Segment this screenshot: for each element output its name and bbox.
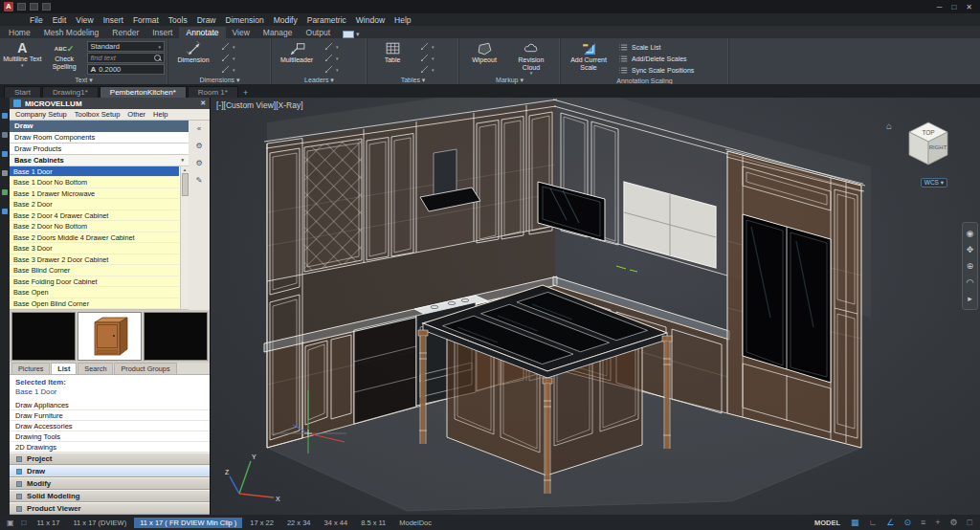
palette-menu-company-setup[interactable]: Company Setup xyxy=(12,110,70,119)
polar-tracking-icon[interactable]: ∠ xyxy=(882,518,898,527)
leader-remove-icon[interactable]: ▾ xyxy=(322,53,341,63)
link-drawing-tools[interactable]: Drawing Tools xyxy=(10,431,210,442)
palette-tool-icon-5[interactable] xyxy=(2,189,8,195)
add-current-scale-button[interactable]: Add Current Scale xyxy=(564,39,613,71)
menu-view[interactable]: View xyxy=(71,15,98,25)
product-item-3[interactable]: Base 2 Door xyxy=(10,199,179,210)
orbit-icon[interactable]: ◠ xyxy=(967,277,974,287)
leader-align-icon[interactable]: ▾ xyxy=(322,64,341,75)
palette-menu-other[interactable]: Other xyxy=(124,110,148,119)
tab-render[interactable]: Render xyxy=(105,27,145,38)
tab-pictures[interactable]: Pictures xyxy=(11,363,50,374)
accordion-draw[interactable]: Draw xyxy=(10,465,210,477)
viewcube[interactable]: ⌂ TOP RIGHT xyxy=(902,117,955,172)
thumbnail-next[interactable] xyxy=(144,312,208,361)
accordion-project[interactable]: Project xyxy=(10,453,210,465)
sync-scale-positions-button[interactable]: Sync Scale Positions xyxy=(616,64,696,76)
grid-icon[interactable]: ▦ xyxy=(847,518,863,527)
palette-tool-icon-2[interactable] xyxy=(2,132,8,138)
layout-tab-7[interactable]: ModelDoc xyxy=(393,518,437,528)
gear-icon-2[interactable]: ⚙ xyxy=(195,159,202,167)
menu-format[interactable]: Format xyxy=(128,15,164,25)
clean-screen-icon[interactable]: □ xyxy=(964,518,976,527)
layout-tab-4[interactable]: 22 x 34 xyxy=(281,518,317,528)
product-list-scrollbar[interactable]: ▴ xyxy=(180,166,189,309)
text-height-input[interactable]: A0.2000 xyxy=(87,64,166,75)
doc-tab-pembertonkitchen[interactable]: PembertonKitchen* xyxy=(100,86,187,98)
layout-tab-6[interactable]: 8.5 x 11 xyxy=(355,518,391,528)
ortho-icon[interactable]: ∟ xyxy=(865,518,881,527)
scrollbar-thumb[interactable] xyxy=(182,173,189,196)
check-spelling-button[interactable]: ABC✓ Check Spelling xyxy=(45,39,84,70)
layout-tab-3[interactable]: 17 x 22 xyxy=(244,518,279,528)
layout-tab-1[interactable]: 11 x 17 (DVIEW) xyxy=(67,518,132,528)
category-select[interactable]: Base Cabinets▾ xyxy=(10,155,189,166)
tab-insert[interactable]: Insert xyxy=(145,27,179,38)
collapse-icon[interactable]: « xyxy=(197,124,201,133)
lineweight-icon[interactable]: ≡ xyxy=(917,518,929,527)
multileader-button[interactable]: Multileader xyxy=(275,39,319,64)
model-space-button[interactable]: MODEL xyxy=(810,519,845,527)
multiline-text-button[interactable]: A Multiline Text ▾ xyxy=(3,39,42,67)
minimize-button[interactable]: ─ xyxy=(937,3,943,11)
link-2d-drawings[interactable]: 2D Drawings xyxy=(10,442,210,453)
drawing-viewport[interactable]: [-][Custom View][X-Ray] xyxy=(211,98,980,515)
close-button[interactable]: ✕ xyxy=(966,3,972,11)
product-item-12[interactable]: Base Open Blind Corner xyxy=(10,298,179,310)
palette-tool-icon-1[interactable] xyxy=(2,113,8,119)
tab-annotate[interactable]: Annotate xyxy=(179,27,225,38)
menu-edit[interactable]: Edit xyxy=(48,15,72,25)
product-item-5[interactable]: Base 2 Door No Bottom xyxy=(10,221,179,232)
tab-mesh-modeling[interactable]: Mesh Modeling xyxy=(37,27,106,38)
tab-view[interactable]: View xyxy=(226,27,256,38)
palette-close-icon[interactable]: ✕ xyxy=(200,99,206,107)
draw-products-button[interactable]: Draw Products xyxy=(10,144,189,155)
menu-file[interactable]: File xyxy=(25,15,48,25)
leader-add-icon[interactable]: ▾ xyxy=(322,41,341,52)
ribbon-display-toggle[interactable]: ▾ xyxy=(343,31,360,38)
layout-sheet-icon[interactable]: □ xyxy=(19,519,30,527)
viewport-controls-label[interactable]: [-][Custom View][X-Ray] xyxy=(216,100,303,110)
doc-tab-start[interactable]: Start xyxy=(4,86,41,98)
palette-tool-icon-4[interactable] xyxy=(2,170,8,176)
showmotion-icon[interactable]: ▸ xyxy=(968,294,972,303)
layout-tab-2[interactable]: 11 x 17 ( FR DVIEW Min Clip ) xyxy=(134,518,242,528)
product-item-7[interactable]: Base 3 Door xyxy=(10,243,179,254)
palette-tool-icon-3[interactable] xyxy=(2,151,8,157)
dim-style-icon[interactable]: ▾ xyxy=(218,41,237,52)
new-drawing-tab-icon[interactable]: + xyxy=(243,88,248,98)
product-item-1[interactable]: Base 1 Door No Bottom xyxy=(10,177,179,188)
open-file-icon[interactable] xyxy=(30,3,38,11)
menu-dimension[interactable]: Dimension xyxy=(221,15,269,25)
find-text-input[interactable]: find text xyxy=(87,53,166,63)
tab-search[interactable]: Search xyxy=(78,363,113,374)
object-snap-icon[interactable]: ⊙ xyxy=(900,518,915,527)
menu-modify[interactable]: Modify xyxy=(269,15,302,25)
product-item-2[interactable]: Base 1 Drawer Microwave xyxy=(10,188,179,200)
zoom-icon[interactable]: ⊕ xyxy=(967,261,974,271)
scale-list-button[interactable]: Scale List xyxy=(616,41,696,53)
navigation-bar[interactable]: ◉ ✥ ⊕ ◠ ▸ xyxy=(962,222,978,310)
table-download-icon[interactable]: ▾ xyxy=(417,64,436,75)
product-item-10[interactable]: Base Folding Door Cabinet xyxy=(10,276,179,288)
save-icon[interactable] xyxy=(42,3,51,11)
palette-draw-header[interactable]: Draw xyxy=(10,121,189,132)
menu-help[interactable]: Help xyxy=(390,15,415,25)
menu-parametric[interactable]: Parametric xyxy=(302,15,351,25)
menu-tools[interactable]: Tools xyxy=(164,15,192,25)
link-draw-accessories[interactable]: Draw Accessories xyxy=(10,421,210,431)
pan-icon[interactable]: ✥ xyxy=(967,245,974,254)
thumbnail-selected-cabinet[interactable] xyxy=(78,312,142,361)
scroll-up-icon[interactable]: ▴ xyxy=(184,166,187,172)
dim-update-icon[interactable]: ▾ xyxy=(218,64,237,75)
layout-tab-5[interactable]: 34 x 44 xyxy=(319,518,354,528)
palette-titlebar[interactable]: MICROVELLUM ✕ xyxy=(10,98,210,109)
pencil-icon[interactable]: ✎ xyxy=(196,176,203,185)
accordion-solid-modeling[interactable]: Solid Modeling xyxy=(10,490,210,502)
table-extract-icon[interactable]: ▾ xyxy=(417,41,436,52)
wipeout-button[interactable]: Wipeout xyxy=(462,39,506,64)
model-sheet-icon[interactable]: ▣ xyxy=(4,519,17,527)
table-button[interactable]: Table xyxy=(370,39,414,64)
settings-gear-icon[interactable]: ⚙ xyxy=(946,518,961,527)
tab-output[interactable]: Output xyxy=(300,27,338,38)
